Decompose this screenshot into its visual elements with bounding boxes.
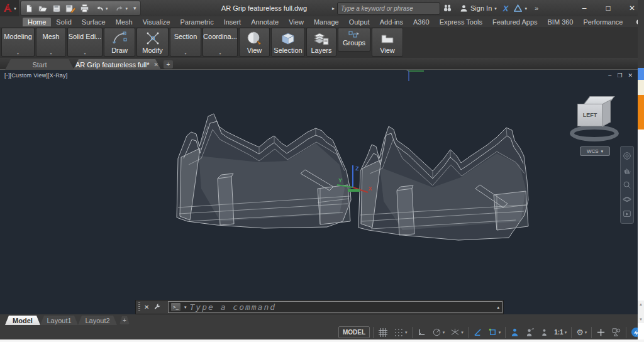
new-layout-button[interactable]: + (119, 316, 130, 324)
command-customize-wrench-icon[interactable] (153, 303, 161, 311)
file-tab-start[interactable]: Start (5, 59, 74, 70)
full-navigation-wheel-icon[interactable] (623, 152, 631, 160)
ribbon-tab-addins[interactable]: Add-ins (375, 18, 408, 26)
ribbon-tab-featured-apps[interactable]: Featured Apps (487, 18, 543, 26)
isometric-drafting-toggle[interactable]: ▾ (449, 326, 465, 338)
snap-mode-toggle[interactable]: ▾ (392, 326, 409, 338)
ribbon-tab-annotate[interactable]: Annotate (246, 18, 284, 26)
save-as-icon[interactable] (65, 4, 75, 13)
ribbon-tab-output[interactable]: Output (344, 18, 375, 26)
annotation-visibility-toggle[interactable] (509, 326, 521, 338)
ribbon-tab-performance[interactable]: Performance (578, 18, 628, 26)
undo-caret[interactable]: ▾ (106, 6, 108, 11)
panel-solid-editing-label: Solid Edi... (69, 33, 102, 40)
orbit-icon[interactable] (623, 195, 631, 204)
viewcube[interactable]: LEFT WCS ▾ (566, 86, 624, 155)
save-icon[interactable] (52, 4, 61, 13)
panel-selection[interactable]: Selection (271, 28, 305, 57)
panel-modify[interactable]: Modify (136, 28, 169, 57)
panel-section[interactable]: Section ▾ (170, 28, 201, 57)
file-tab-close-icon[interactable]: ✕ (153, 62, 158, 68)
panel-view[interactable]: View (372, 28, 403, 57)
ortho-mode-toggle[interactable] (416, 326, 428, 338)
command-recent-caret[interactable]: ▾ (184, 305, 187, 309)
drawing-canvas[interactable]: [-][Custom View][X-Ray] – ❐ ✕ (0, 70, 638, 314)
ribbon-tab-express-tools[interactable]: Express Tools (435, 18, 487, 26)
layout-tab-model[interactable]: Model (5, 316, 40, 325)
ribbon-tab-solid[interactable]: Solid (51, 18, 76, 26)
panel-solid-editing[interactable]: Solid Edi... ▾ (67, 28, 103, 57)
new-drawing-tab-button[interactable]: + (164, 60, 173, 69)
open-file-icon[interactable] (38, 4, 48, 13)
minimize-button[interactable]: – (572, 0, 596, 16)
panel-draw[interactable]: Draw (104, 28, 135, 57)
command-input[interactable]: >_ ▾ Type a command ▴ (168, 301, 502, 313)
plot-icon[interactable] (80, 4, 89, 13)
sign-in-button[interactable]: Sign In ▾ (460, 4, 497, 13)
a360-button[interactable]: ▾ (514, 4, 527, 12)
command-drag-grip[interactable] (138, 302, 140, 312)
zoom-icon[interactable] (623, 180, 631, 189)
ribbon-tab-mesh[interactable]: Mesh (111, 18, 138, 26)
layout-tab-layout2[interactable]: Layout2 (78, 316, 117, 325)
model-space-toggle[interactable]: MODEL (338, 326, 370, 338)
search-binoculars-icon[interactable] (443, 4, 452, 13)
panel-layers[interactable]: Layers (306, 28, 336, 57)
annotation-autoscale-toggle[interactable] (524, 326, 536, 338)
search-expand-icon[interactable]: ▸ (332, 6, 335, 11)
redo-button[interactable]: ▾ (114, 3, 130, 14)
viewcube-compass-ring[interactable] (570, 125, 619, 141)
polar-caret[interactable]: ▾ (443, 330, 445, 335)
ribbon-tab-bim360[interactable]: BIM 360 (543, 18, 579, 26)
ribbon-tab-view[interactable]: View (284, 18, 309, 26)
viewcube-front-face[interactable]: LEFT (577, 104, 602, 126)
panel-mesh[interactable]: Mesh ▾ (36, 28, 66, 57)
3d-wireframe-models[interactable]: Z X Y (0, 70, 638, 314)
annotation-scale-person[interactable] (539, 326, 550, 338)
ribbon-tab-parametric[interactable]: Parametric (175, 18, 218, 26)
command-line-handle[interactable]: ✕ (136, 301, 167, 314)
panel-mesh-label: Mesh (43, 33, 60, 40)
ribbon-tab-insert[interactable]: Insert (219, 18, 247, 26)
object-snap-toggle[interactable]: ▾ (487, 326, 502, 338)
object-snap-tracking-toggle[interactable] (472, 326, 484, 338)
grid-display-toggle[interactable] (377, 326, 389, 338)
show-motion-icon[interactable] (623, 209, 631, 218)
file-tab-current[interactable]: AR Grip featureless full* ✕ (73, 59, 161, 70)
osnap-caret[interactable]: ▾ (499, 330, 501, 335)
search-input[interactable]: Type a keyword or phrase (337, 3, 440, 14)
layout-tab-layout1[interactable]: Layout1 (40, 316, 78, 325)
app-menu-button[interactable]: ▾ (0, 0, 19, 16)
annotation-scale-menu[interactable]: 1:1 ▾ (553, 326, 568, 338)
isodraft-caret[interactable]: ▾ (461, 330, 464, 335)
exchange-apps-icon[interactable]: X (503, 4, 509, 13)
maximize-button[interactable]: □ (596, 0, 620, 16)
statusbar-separator (591, 327, 592, 338)
ribbon-tab-surface[interactable]: Surface (77, 18, 111, 26)
ribbon-tab-a360[interactable]: A360 (408, 18, 435, 26)
qat-customize-caret[interactable]: ▾ (133, 6, 136, 11)
command-prompt-icon[interactable]: >_ (170, 302, 181, 312)
polar-tracking-toggle[interactable]: ▾ (431, 326, 447, 338)
undo-button[interactable]: ▾ (94, 3, 109, 14)
quick-properties-toggle[interactable] (610, 326, 623, 338)
annotation-monitor-toggle[interactable] (595, 326, 607, 338)
command-history-icon[interactable]: ▴ (497, 305, 502, 310)
workspace-switching-menu[interactable]: ⚙ ▾ (575, 326, 588, 338)
new-file-icon[interactable] (25, 4, 33, 13)
file-tab-start-label: Start (32, 61, 47, 69)
viewcube-side-face[interactable] (602, 99, 611, 126)
panel-groups[interactable]: Groups (338, 28, 370, 52)
infocenter-expand-icon[interactable]: » (535, 4, 538, 12)
command-close-icon[interactable]: ✕ (144, 304, 149, 311)
ribbon-tab-visualize[interactable]: Visualize (138, 18, 175, 26)
ribbon-tab-home[interactable]: Home (23, 18, 51, 26)
panel-coordinates[interactable]: Coordina... ▾ (203, 28, 238, 57)
ribbon-tab-manage[interactable]: Manage (309, 18, 344, 26)
panel-view-visual[interactable]: View (239, 28, 270, 57)
panel-modeling[interactable]: Modeling ▾ (1, 28, 35, 57)
redo-caret[interactable]: ▾ (126, 6, 128, 11)
pan-hand-icon[interactable] (623, 166, 631, 175)
wcs-menu[interactable]: WCS ▾ (580, 146, 610, 156)
snap-caret[interactable]: ▾ (405, 330, 408, 335)
